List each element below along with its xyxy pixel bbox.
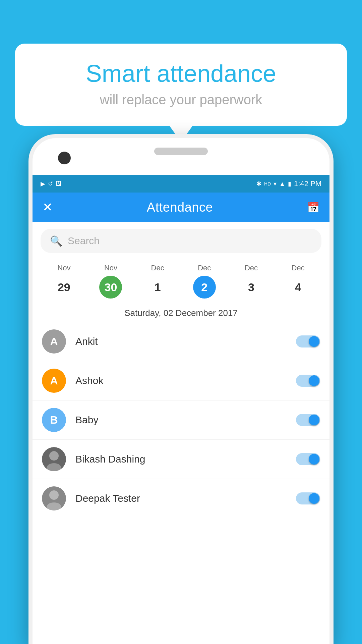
day-number-label: 4 — [287, 276, 309, 299]
day-month-label: Dec — [292, 264, 305, 272]
calendar-day-3[interactable]: Dec3 — [238, 264, 264, 299]
image-icon: 🖼 — [56, 180, 62, 187]
battery-icon: ▮ — [288, 180, 291, 187]
phone-frame: ▶ ↺ 🖼 ✱ HD ▾ ▲ ▮ 1:42 PM ✕ Attendance 📅 … — [28, 134, 334, 644]
toggle-knob — [309, 493, 319, 504]
calendar-days: Nov29Nov30Dec1Dec2Dec3Dec4 — [41, 264, 321, 299]
svg-point-0 — [49, 451, 59, 461]
bubble-subtitle: will replace your paperwork — [35, 92, 327, 107]
day-month-label: Dec — [245, 264, 258, 272]
sync-icon: ↺ — [48, 180, 53, 187]
bluetooth-icon: ✱ — [256, 180, 261, 187]
day-number-label: 3 — [240, 276, 262, 299]
day-month-label: Nov — [104, 264, 117, 272]
avatar: A — [42, 329, 66, 354]
attendance-list: AAnkitAAshokBBaby Bikash Dashing Deepak … — [33, 322, 329, 518]
day-month-label: Nov — [57, 264, 70, 272]
attendance-toggle[interactable] — [296, 453, 320, 465]
close-button[interactable]: ✕ — [43, 200, 53, 214]
person-name: Baby — [75, 414, 287, 426]
avatar-photo — [42, 447, 66, 471]
day-number-label: 30 — [99, 276, 122, 299]
person-name: Deepak Tester — [75, 493, 287, 504]
calendar-button[interactable]: 📅 — [307, 202, 319, 213]
attendance-item: Bikash Dashing — [33, 440, 329, 479]
svg-point-2 — [49, 490, 59, 500]
avatar: B — [42, 408, 66, 432]
phone-speaker — [154, 148, 208, 155]
attendance-item: Deepak Tester — [33, 479, 329, 518]
svg-point-1 — [47, 463, 61, 471]
attendance-toggle[interactable] — [296, 492, 320, 504]
day-number-label: 1 — [146, 276, 169, 299]
toggle-knob — [309, 375, 319, 386]
search-input[interactable]: Search — [68, 235, 100, 247]
avatar-photo — [42, 486, 66, 511]
day-number-label: 2 — [193, 276, 216, 299]
phone-screen: ▶ ↺ 🖼 ✱ HD ▾ ▲ ▮ 1:42 PM ✕ Attendance 📅 … — [33, 138, 329, 644]
day-month-label: Dec — [151, 264, 164, 272]
search-container: 🔍 Search — [33, 222, 329, 257]
calendar-day-1[interactable]: Dec1 — [144, 264, 171, 299]
calendar-strip: Nov29Nov30Dec1Dec2Dec3Dec4 — [33, 257, 329, 302]
person-name: Ashok — [75, 375, 287, 386]
status-time: 1:42 PM — [294, 179, 321, 188]
status-icons-right: ✱ HD ▾ ▲ ▮ 1:42 PM — [256, 179, 321, 188]
phone-camera — [58, 152, 71, 164]
search-bar[interactable]: 🔍 Search — [41, 229, 321, 253]
app-bar: ✕ Attendance 📅 — [33, 193, 329, 222]
person-name: Ankit — [75, 336, 287, 347]
attendance-toggle[interactable] — [296, 375, 320, 387]
calendar-day-4[interactable]: Dec4 — [285, 264, 311, 299]
attendance-toggle[interactable] — [296, 414, 320, 426]
status-icons-left: ▶ ↺ 🖼 — [41, 180, 62, 187]
toggle-knob — [309, 336, 319, 347]
network-icon: ▲ — [279, 180, 285, 187]
attendance-item: AAshok — [33, 361, 329, 400]
speech-bubble: Smart attendance will replace your paper… — [15, 44, 347, 126]
wifi-icon: ▾ — [274, 180, 277, 187]
day-month-label: Dec — [198, 264, 211, 272]
svg-point-3 — [47, 502, 61, 511]
calendar-day-30[interactable]: Nov30 — [97, 264, 124, 299]
avatar: A — [42, 369, 66, 393]
attendance-toggle[interactable] — [296, 335, 320, 347]
calendar-day-2[interactable]: Dec2 — [191, 264, 218, 299]
toggle-knob — [309, 454, 319, 465]
attendance-item: AAnkit — [33, 322, 329, 361]
toggle-knob — [309, 415, 319, 425]
search-icon: 🔍 — [50, 235, 62, 247]
status-bar: ▶ ↺ 🖼 ✱ HD ▾ ▲ ▮ 1:42 PM — [33, 175, 329, 193]
app-title: Attendance — [147, 200, 213, 215]
signal-icon: HD — [264, 181, 271, 186]
play-icon: ▶ — [41, 180, 45, 187]
selected-date-label: Saturday, 02 December 2017 — [33, 302, 329, 322]
bubble-title: Smart attendance — [35, 60, 327, 87]
attendance-item: BBaby — [33, 400, 329, 440]
day-number-label: 29 — [53, 276, 75, 299]
calendar-day-29[interactable]: Nov29 — [51, 264, 77, 299]
person-name: Bikash Dashing — [75, 453, 287, 465]
